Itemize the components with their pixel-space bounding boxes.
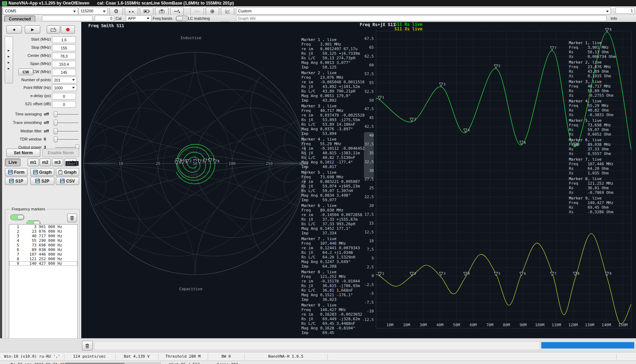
- graph-marker-block: Marker 4, liveFreq 55,29 MHzRs 40,82 Ohm…: [569, 99, 613, 117]
- span-mhz-field[interactable]: [52, 61, 76, 67]
- x-axis-tick-label: 10M: [382, 323, 398, 327]
- graph-marker-line: Rs 36,81 Ohm: [569, 186, 613, 190]
- marker-readout-line: Freq 140,427 MHz: [301, 308, 362, 312]
- preset-select[interactable]: Custom: [236, 7, 611, 14]
- marker-readout-line: re im -0,10112 -0,0046452: [301, 146, 365, 151]
- marker-frequency: 73 698 000 Hz: [19, 243, 62, 247]
- status-datetime: Вс 02 апр 2023 09:33:48: [11, 362, 64, 364]
- field-label-start-mhz: Start (MHz): [4, 36, 51, 42]
- settings-gear-button[interactable]: ⚙: [110, 7, 123, 16]
- load-sweep-button[interactable]: [47, 25, 60, 34]
- marker-readout-block: Marker 1 , liveFreq 3,901 MHzre im 0,001…: [301, 37, 360, 70]
- list-item[interactable]: 13 901 000 Hz: [9, 225, 77, 229]
- start-sweep-button[interactable]: ▶: [25, 25, 40, 34]
- start-mhz-field[interactable]: [52, 36, 76, 43]
- horizontal-scrollbar[interactable]: [94, 341, 540, 350]
- marker-readout-line: Rs L/C 37,33 993,26pH: [301, 222, 362, 226]
- marker-readout-line: re im -0,14504 0,0072858: [301, 213, 362, 217]
- list-item[interactable]: 9140 427 000 Hz: [9, 261, 77, 266]
- marker-readout-line: Mag Ang 0,1521 -176,1°: [301, 293, 360, 297]
- list-item[interactable]: 689 038 000 Hz: [9, 247, 77, 252]
- chart-button[interactable]: [221, 7, 234, 16]
- memory-m3-button[interactable]: m3: [52, 159, 63, 166]
- point-rbw-select[interactable]: 1000: [52, 84, 77, 91]
- svg-text:9: 9: [610, 272, 611, 275]
- marker-readout-line: Freq 89,038 MHz: [301, 208, 362, 213]
- battery-button[interactable]: [140, 7, 153, 16]
- offset-field[interactable]: [95, 16, 114, 21]
- cw-mhz-field[interactable]: [52, 69, 76, 76]
- marker-readout-line: Rs L/C 36,81 1,668nF: [301, 288, 360, 293]
- graph-title-input[interactable]: [236, 16, 607, 21]
- slider-label: Median filter: [3, 128, 42, 134]
- slider-handle[interactable]: [54, 128, 58, 134]
- slider-handle[interactable]: [54, 111, 58, 117]
- list-item[interactable]: 573 698 000 Hz: [9, 243, 77, 247]
- memory-m1-button[interactable]: m1: [28, 159, 39, 166]
- slider-handle[interactable]: [54, 136, 58, 142]
- marker-frequency: 121 252 000 Hz: [19, 257, 62, 261]
- com-port-select[interactable]: COM5: [3, 7, 78, 14]
- marker-readout-line: Imp 43,892: [301, 98, 365, 103]
- marker-readout-header: Marker 1 , live: [301, 37, 360, 42]
- toggle-knob: [17, 215, 24, 220]
- list-item[interactable]: 340 717 000 Hz: [9, 234, 77, 238]
- marker-readout-line: Freq 23,076 MHz: [301, 75, 365, 80]
- graph-marker-line: Rs 53,89 Ohm: [569, 89, 613, 93]
- marker-set-toggle-1[interactable]: [10, 214, 24, 220]
- save-graph-button[interactable]: Graph: [56, 168, 79, 176]
- frequency-entry-field[interactable]: [42, 16, 93, 21]
- stop-mhz-field[interactable]: [52, 44, 76, 51]
- preset-count-field[interactable]: [616, 7, 635, 14]
- svg-text:8: 8: [179, 161, 181, 164]
- freq-bands-toggle[interactable]: [176, 16, 188, 22]
- clear-trash-button[interactable]: [82, 341, 93, 351]
- floppy-icon: [33, 170, 38, 174]
- screenshot-camera-button[interactable]: [155, 7, 169, 16]
- s21-offset-field[interactable]: [52, 101, 76, 108]
- marker-readout-header: Marker 9 , live: [301, 303, 362, 308]
- graph-marker-line: Rs 69,45 Ohm: [569, 205, 613, 210]
- memory-m2-button[interactable]: m2: [40, 159, 51, 166]
- marker-number: 7: [9, 252, 19, 257]
- scan-up-button[interactable]: ▲▲: [125, 7, 138, 16]
- list-item[interactable]: 8121 252 000 Hz: [9, 257, 77, 261]
- signal-disabled-button[interactable]: [190, 7, 204, 16]
- save-s1p-button[interactable]: S1P: [5, 177, 28, 185]
- cw-button[interactable]: CW: [18, 68, 33, 75]
- memory-live-button[interactable]: Live: [5, 159, 20, 166]
- center-mhz-field[interactable]: [52, 53, 76, 59]
- status-separator: [616, 353, 617, 360]
- record-button[interactable]: [61, 25, 75, 34]
- baud-rate-select[interactable]: 115200: [78, 7, 108, 14]
- marker-readout-line: Mag Ang 0,0376 -3,897°: [301, 127, 365, 131]
- graph-marker-line: Rs 64,20 Ohm: [569, 166, 613, 171]
- cal-mode-select[interactable]: APP: [126, 15, 152, 22]
- svg-text:6: 6: [524, 141, 526, 144]
- chevron-down-icon: [72, 79, 75, 81]
- list-item[interactable]: 223 076 000 Hz: [9, 229, 77, 234]
- number-of-points-select[interactable]: 201: [52, 77, 77, 83]
- list-item[interactable]: 7107 446 000 Hz: [9, 252, 77, 257]
- save-s2p-button[interactable]: S2P: [30, 177, 54, 185]
- e-delay-field[interactable]: [52, 93, 76, 100]
- marker-readout-header: Marker 7 , live: [301, 237, 360, 241]
- svg-text:7: 7: [555, 272, 556, 275]
- graph-marker-header: Marker 2, live: [569, 60, 611, 65]
- set-norm-button[interactable]: Set Norm: [6, 149, 40, 157]
- marker-readout-header: Marker 3 , live: [301, 104, 365, 108]
- stop-sweep-button[interactable]: ■: [6, 25, 22, 34]
- target-globe-button[interactable]: ⊕: [206, 7, 219, 16]
- frequency-markers-title: Frequency markers: [10, 207, 47, 211]
- save-form-button[interactable]: Form: [5, 168, 28, 176]
- usb-button[interactable]: [170, 7, 184, 16]
- list-item[interactable]: 455 290 000 Hz: [9, 238, 77, 243]
- slider-handle[interactable]: [54, 120, 58, 126]
- save-graph-button[interactable]: Graph: [30, 168, 54, 176]
- y-axis-tick-label: -7,5: [359, 300, 374, 305]
- connected-button[interactable]: Connected: [4, 16, 35, 22]
- delete-markers-button[interactable]: [67, 214, 77, 222]
- nudge-arrow-strip[interactable]: ►►►►: [5, 36, 13, 83]
- floppy-icon: [9, 179, 14, 183]
- save-csv-button[interactable]: CSV: [56, 177, 79, 185]
